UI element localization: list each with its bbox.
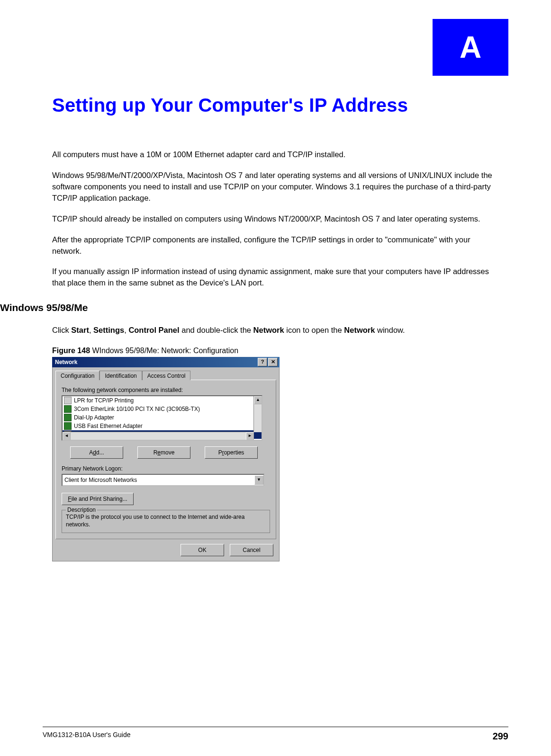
properties-button[interactable]: Properties bbox=[205, 446, 258, 459]
add-button[interactable]: Add... bbox=[70, 446, 123, 459]
hotkey: d bbox=[93, 449, 96, 456]
page-title: Setting up Your Computer's IP Address bbox=[52, 95, 499, 116]
network-adapter-icon bbox=[64, 405, 72, 413]
paragraph-4: After the appropriate TCP/IP components … bbox=[52, 234, 499, 257]
primary-logon-dropdown[interactable]: Client for Microsoft Networks ▼ bbox=[62, 474, 264, 486]
figure-caption: Figure 148 WIndows 95/98/Me: Network: Co… bbox=[52, 347, 499, 355]
body-text: All computers must have a 10M or 100M Et… bbox=[52, 149, 499, 289]
list-item[interactable]: USB Fast Ethernet Adapter bbox=[63, 422, 262, 430]
scroll-left-button[interactable]: ◄ bbox=[63, 432, 71, 440]
components-listbox[interactable]: LPR for TCP/IP Printing 3Com EtherLink 1… bbox=[62, 395, 262, 441]
text: The following bbox=[62, 387, 97, 393]
description-text: TCP/IP is the protocol you use to connec… bbox=[66, 513, 266, 528]
horizontal-scrollbar[interactable]: ◄► bbox=[63, 432, 254, 440]
text: move bbox=[161, 449, 174, 456]
paragraph-1: All computers must have a 10M or 100M Et… bbox=[52, 149, 499, 160]
text: operties bbox=[224, 449, 244, 456]
text: Click bbox=[52, 326, 71, 334]
dialog-titlebar[interactable]: Network ? ✕ bbox=[52, 357, 280, 367]
paragraph-3: TCP/IP should already be installed on co… bbox=[52, 213, 499, 225]
text: icon to open the bbox=[284, 326, 344, 334]
dialog-title: Network bbox=[55, 359, 77, 365]
list-item-label: Dial-Up Adapter bbox=[74, 414, 114, 421]
section-heading: Windows 95/98/Me bbox=[0, 302, 499, 313]
ok-button[interactable]: OK bbox=[181, 544, 224, 556]
list-item[interactable]: Dial-Up Adapter bbox=[63, 413, 262, 422]
configuration-panel: The following network components are ins… bbox=[55, 380, 276, 539]
hotkey: n bbox=[97, 387, 100, 393]
bold-network-icon: Network bbox=[253, 326, 284, 334]
text: , bbox=[124, 326, 128, 334]
file-print-sharing-button[interactable]: File and Print Sharing... bbox=[62, 493, 134, 505]
help-button[interactable]: ? bbox=[258, 358, 267, 366]
bold-settings: Settings bbox=[93, 326, 124, 334]
text: , bbox=[89, 326, 93, 334]
hotkey: e bbox=[157, 449, 161, 456]
list-item[interactable]: LPR for TCP/IP Printing bbox=[63, 396, 262, 405]
installed-components-label: The following network components are ins… bbox=[62, 387, 270, 393]
text: window. bbox=[375, 326, 405, 334]
scroll-up-button[interactable]: ▲ bbox=[254, 396, 262, 404]
text: ile and Print Sharing... bbox=[72, 496, 127, 502]
bold-start: Start bbox=[71, 326, 89, 334]
bold-network-window: Network bbox=[344, 326, 375, 334]
hotkey: F bbox=[68, 496, 71, 502]
paragraph-5: If you manually assign IP information in… bbox=[52, 266, 499, 289]
network-adapter-icon bbox=[64, 422, 72, 430]
appendix-tab: A bbox=[433, 19, 508, 76]
text: R bbox=[154, 449, 158, 456]
primary-logon-label: Primary Network Logon: bbox=[62, 465, 270, 472]
tab-configuration[interactable]: Configuration bbox=[55, 371, 99, 380]
tab-strip: Configuration Identification Access Cont… bbox=[55, 370, 276, 380]
list-item-label: USB Fast Ethernet Adapter bbox=[74, 423, 143, 429]
text: d... bbox=[96, 449, 104, 456]
tab-access-control[interactable]: Access Control bbox=[142, 371, 191, 380]
bold-control-panel: Control Panel bbox=[128, 326, 179, 334]
appendix-letter: A bbox=[460, 30, 481, 65]
vertical-scrollbar[interactable]: ▲ bbox=[253, 396, 262, 432]
paragraph-2: Windows 95/98/Me/NT/2000/XP/Vista, Macin… bbox=[52, 170, 499, 204]
list-item-label: 3Com EtherLink 10/100 PCI TX NIC (3C905B… bbox=[74, 406, 200, 412]
figure-title: WIndows 95/98/Me: Network: Configuration bbox=[90, 347, 238, 355]
chevron-down-icon[interactable]: ▼ bbox=[254, 475, 263, 485]
printer-service-icon bbox=[64, 397, 72, 404]
description-legend: Description bbox=[66, 507, 97, 513]
dialog-body: Configuration Identification Access Cont… bbox=[52, 367, 280, 561]
list-item-label: LPR for TCP/IP Printing bbox=[74, 397, 134, 404]
click-instruction: Click Start, Settings, Control Panel and… bbox=[52, 325, 499, 336]
text: and double-click the bbox=[180, 326, 253, 334]
tab-identification[interactable]: Identification bbox=[99, 371, 142, 380]
text: P bbox=[218, 449, 222, 456]
list-item[interactable]: 3Com EtherLink 10/100 PCI TX NIC (3C905B… bbox=[63, 405, 262, 413]
cancel-button[interactable]: Cancel bbox=[230, 544, 273, 556]
page-footer: VMG1312-B10A User's Guide 299 bbox=[43, 727, 508, 742]
description-group: Description TCP/IP is the protocol you u… bbox=[62, 510, 270, 533]
dropdown-value: Client for Microsoft Networks bbox=[64, 477, 137, 483]
figure-number: Figure 148 bbox=[52, 347, 90, 355]
network-adapter-icon bbox=[64, 414, 72, 421]
page-number: 299 bbox=[493, 731, 508, 742]
close-button[interactable]: ✕ bbox=[268, 358, 278, 366]
footer-guide-name: VMG1312-B10A User's Guide bbox=[43, 731, 131, 742]
remove-button[interactable]: Remove bbox=[137, 446, 190, 459]
scroll-right-button[interactable]: ► bbox=[246, 432, 254, 440]
text: etwork components are installed: bbox=[100, 387, 183, 393]
network-dialog: Network ? ✕ Configuration Identification… bbox=[52, 357, 280, 561]
